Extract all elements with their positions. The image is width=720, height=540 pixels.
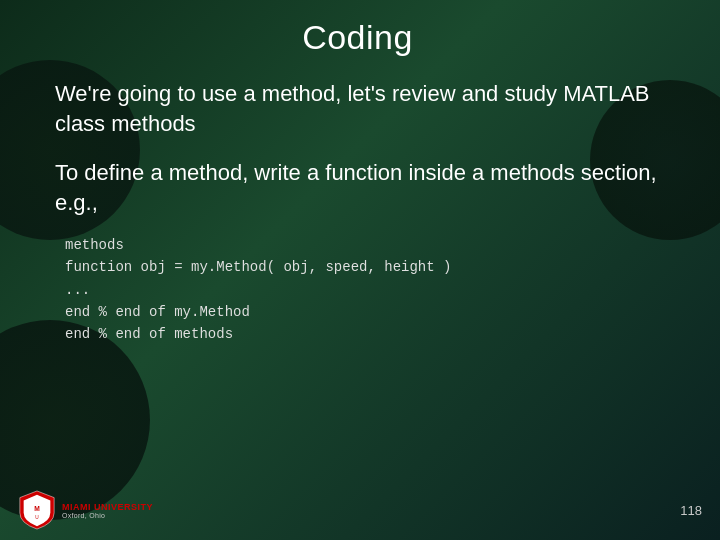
slide-body-paragraph-2: To define a method, write a function ins…: [55, 158, 660, 217]
slide-footer: M U MIAMI UNIVERSITY Oxford, Ohio 118: [0, 490, 720, 530]
code-block: methods function obj = my.Method( obj, s…: [65, 234, 660, 346]
university-name-block: MIAMI UNIVERSITY Oxford, Ohio: [62, 502, 153, 519]
svg-text:U: U: [35, 515, 39, 520]
code-line-1: methods: [65, 234, 660, 256]
svg-text:M: M: [34, 505, 40, 512]
slide-content: Coding We're going to use a method, let'…: [0, 0, 720, 364]
code-line-3: ...: [65, 279, 660, 301]
page-number: 118: [680, 503, 702, 518]
university-logo: M U MIAMI UNIVERSITY Oxford, Ohio: [18, 490, 153, 530]
code-line-4: end % end of my.Method: [65, 301, 660, 323]
slide-title: Coding: [55, 18, 660, 57]
code-line-2: function obj = my.Method( obj, speed, he…: [65, 256, 660, 278]
code-line-5: end % end of methods: [65, 323, 660, 345]
university-name: MIAMI UNIVERSITY: [62, 502, 153, 512]
slide-background: Coding We're going to use a method, let'…: [0, 0, 720, 540]
university-subtitle: Oxford, Ohio: [62, 512, 153, 519]
slide-body-paragraph-1: We're going to use a method, let's revie…: [55, 79, 660, 138]
shield-icon: M U: [18, 490, 56, 530]
